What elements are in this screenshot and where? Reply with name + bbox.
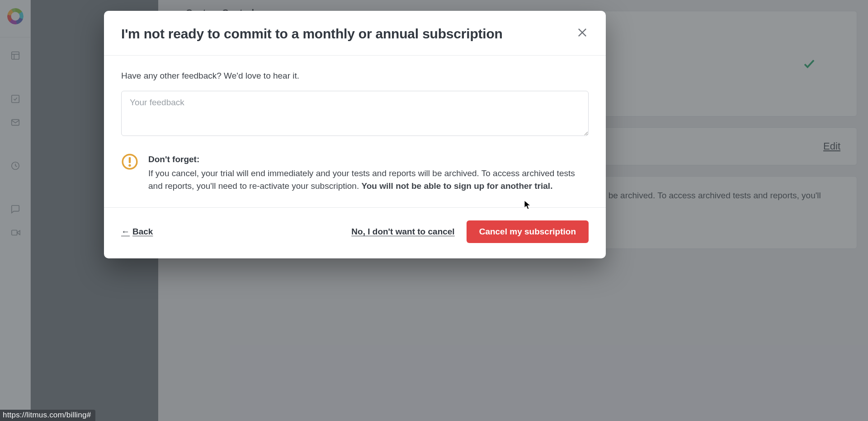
modal-body: Have any other feedback? We'd love to he…	[104, 56, 606, 207]
no-cancel-button[interactable]: No, I don't want to cancel	[351, 227, 454, 237]
feedback-prompt: Have any other feedback? We'd love to he…	[121, 71, 589, 81]
cancel-modal: I'm not ready to commit to a monthly or …	[104, 11, 606, 258]
modal-header: I'm not ready to commit to a monthly or …	[104, 11, 606, 56]
notice-text: Don't forget: If you cancel, your trial …	[148, 153, 589, 193]
svg-rect-11	[129, 157, 131, 163]
cancel-subscription-button[interactable]: Cancel my subscription	[467, 220, 589, 243]
notice-body: If you cancel, your trial will end immed…	[148, 168, 575, 191]
back-button[interactable]: ← Back	[121, 227, 153, 237]
close-icon[interactable]	[576, 26, 589, 39]
feedback-input[interactable]	[121, 91, 589, 136]
modal-title: I'm not ready to commit to a monthly or …	[121, 26, 503, 42]
status-bar-url: https://litmus.com/billing#	[0, 410, 95, 421]
footer-actions: No, I don't want to cancel Cancel my sub…	[351, 220, 589, 243]
warning-icon	[121, 153, 138, 170]
svg-point-12	[128, 164, 131, 167]
arrow-left-icon: ←	[121, 227, 130, 237]
notice-title: Don't forget:	[148, 153, 589, 166]
modal-footer: ← Back No, I don't want to cancel Cancel…	[104, 207, 606, 258]
notice: Don't forget: If you cancel, your trial …	[121, 153, 589, 193]
